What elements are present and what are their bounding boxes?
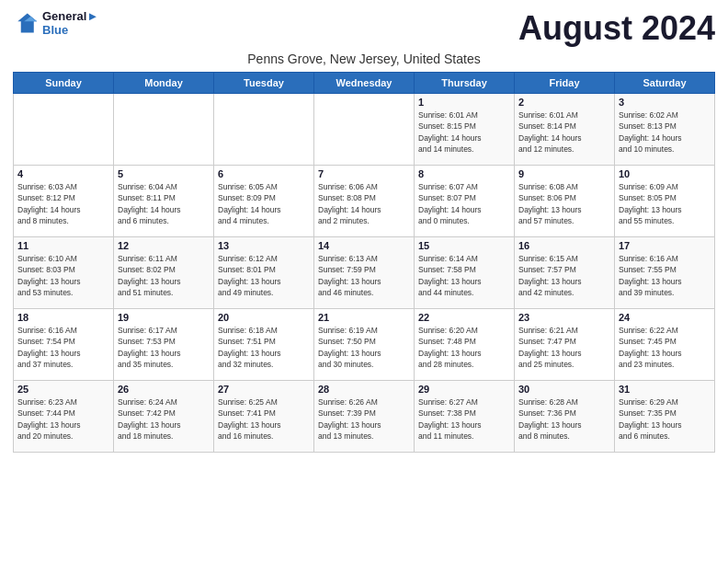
calendar-table: SundayMondayTuesdayWednesdayThursdayFrid… xyxy=(13,72,715,453)
day-info: Sunrise: 6:01 AM Sunset: 8:15 PM Dayligh… xyxy=(418,109,510,155)
day-number: 15 xyxy=(418,240,510,251)
day-info: Sunrise: 6:16 AM Sunset: 7:54 PM Dayligh… xyxy=(17,325,109,370)
day-info: Sunrise: 6:11 AM Sunset: 8:02 PM Dayligh… xyxy=(118,253,210,298)
week-row-3: 11Sunrise: 6:10 AM Sunset: 8:03 PM Dayli… xyxy=(14,237,715,309)
header: General► Blue August 2024 xyxy=(13,9,715,48)
day-number: 7 xyxy=(318,168,410,179)
day-number: 14 xyxy=(318,240,410,251)
day-info: Sunrise: 6:29 AM Sunset: 7:35 PM Dayligh… xyxy=(619,396,711,442)
day-number: 21 xyxy=(318,312,410,323)
calendar-cell: 10Sunrise: 6:09 AM Sunset: 8:05 PM Dayli… xyxy=(615,166,715,237)
calendar-cell: 24Sunrise: 6:22 AM Sunset: 7:45 PM Dayli… xyxy=(615,309,715,381)
day-info: Sunrise: 6:22 AM Sunset: 7:45 PM Dayligh… xyxy=(619,325,711,370)
day-info: Sunrise: 6:08 AM Sunset: 8:06 PM Dayligh… xyxy=(518,181,610,226)
day-number: 23 xyxy=(518,312,610,323)
calendar-cell: 19Sunrise: 6:17 AM Sunset: 7:53 PM Dayli… xyxy=(114,309,214,381)
day-info: Sunrise: 6:05 AM Sunset: 8:09 PM Dayligh… xyxy=(218,181,310,226)
day-number: 12 xyxy=(118,240,210,251)
day-number: 18 xyxy=(17,312,109,323)
day-info: Sunrise: 6:02 AM Sunset: 8:13 PM Dayligh… xyxy=(619,109,711,155)
calendar-cell: 12Sunrise: 6:11 AM Sunset: 8:02 PM Dayli… xyxy=(114,237,214,309)
calendar-cell: 20Sunrise: 6:18 AM Sunset: 7:51 PM Dayli… xyxy=(214,309,314,381)
day-header-thursday: Thursday xyxy=(415,73,515,94)
day-info: Sunrise: 6:23 AM Sunset: 7:44 PM Dayligh… xyxy=(17,396,109,442)
day-header-monday: Monday xyxy=(114,73,214,94)
logo: General► Blue xyxy=(13,9,98,37)
calendar-cell xyxy=(14,94,114,166)
day-number: 9 xyxy=(518,168,610,179)
day-info: Sunrise: 6:07 AM Sunset: 8:07 PM Dayligh… xyxy=(418,181,510,226)
day-number: 5 xyxy=(118,168,210,179)
day-number: 20 xyxy=(218,312,310,323)
calendar-cell: 5Sunrise: 6:04 AM Sunset: 8:11 PM Daylig… xyxy=(114,166,214,237)
day-number: 19 xyxy=(118,312,210,323)
calendar-cell: 25Sunrise: 6:23 AM Sunset: 7:44 PM Dayli… xyxy=(14,381,114,453)
day-info: Sunrise: 6:09 AM Sunset: 8:05 PM Dayligh… xyxy=(619,181,711,226)
calendar-cell: 16Sunrise: 6:15 AM Sunset: 7:57 PM Dayli… xyxy=(515,237,615,309)
calendar-cell: 31Sunrise: 6:29 AM Sunset: 7:35 PM Dayli… xyxy=(615,381,715,453)
day-info: Sunrise: 6:19 AM Sunset: 7:50 PM Dayligh… xyxy=(318,325,410,370)
day-number: 8 xyxy=(418,168,510,179)
day-info: Sunrise: 6:03 AM Sunset: 8:12 PM Dayligh… xyxy=(17,181,109,226)
day-number: 30 xyxy=(518,384,610,395)
day-info: Sunrise: 6:20 AM Sunset: 7:48 PM Dayligh… xyxy=(418,325,510,370)
logo-text: General► Blue xyxy=(42,9,98,37)
calendar-cell: 17Sunrise: 6:16 AM Sunset: 7:55 PM Dayli… xyxy=(615,237,715,309)
calendar-cell: 8Sunrise: 6:07 AM Sunset: 8:07 PM Daylig… xyxy=(415,166,515,237)
calendar-cell: 28Sunrise: 6:26 AM Sunset: 7:39 PM Dayli… xyxy=(314,381,415,453)
calendar-cell: 9Sunrise: 6:08 AM Sunset: 8:06 PM Daylig… xyxy=(515,166,615,237)
calendar-cell: 27Sunrise: 6:25 AM Sunset: 7:41 PM Dayli… xyxy=(214,381,314,453)
calendar-cell: 26Sunrise: 6:24 AM Sunset: 7:42 PM Dayli… xyxy=(114,381,214,453)
day-number: 31 xyxy=(619,384,711,395)
calendar-cell: 6Sunrise: 6:05 AM Sunset: 8:09 PM Daylig… xyxy=(214,166,314,237)
day-number: 13 xyxy=(218,240,310,251)
day-number: 29 xyxy=(418,384,510,395)
day-number: 24 xyxy=(619,312,711,323)
calendar-cell: 23Sunrise: 6:21 AM Sunset: 7:47 PM Dayli… xyxy=(515,309,615,381)
calendar-cell: 21Sunrise: 6:19 AM Sunset: 7:50 PM Dayli… xyxy=(314,309,415,381)
calendar-cell: 14Sunrise: 6:13 AM Sunset: 7:59 PM Dayli… xyxy=(314,237,415,309)
week-row-4: 18Sunrise: 6:16 AM Sunset: 7:54 PM Dayli… xyxy=(14,309,715,381)
day-header-sunday: Sunday xyxy=(14,73,114,94)
calendar-cell: 13Sunrise: 6:12 AM Sunset: 8:01 PM Dayli… xyxy=(214,237,314,309)
day-info: Sunrise: 6:04 AM Sunset: 8:11 PM Dayligh… xyxy=(118,181,210,226)
calendar-cell: 11Sunrise: 6:10 AM Sunset: 8:03 PM Dayli… xyxy=(14,237,114,309)
calendar-cell xyxy=(214,94,314,166)
calendar-cell: 7Sunrise: 6:06 AM Sunset: 8:08 PM Daylig… xyxy=(314,166,415,237)
week-row-2: 4Sunrise: 6:03 AM Sunset: 8:12 PM Daylig… xyxy=(14,166,715,237)
day-number: 1 xyxy=(418,97,510,108)
day-number: 27 xyxy=(218,384,310,395)
day-info: Sunrise: 6:15 AM Sunset: 7:57 PM Dayligh… xyxy=(518,253,610,298)
day-number: 22 xyxy=(418,312,510,323)
calendar-cell: 3Sunrise: 6:02 AM Sunset: 8:13 PM Daylig… xyxy=(615,94,715,166)
day-number: 4 xyxy=(17,168,109,179)
day-info: Sunrise: 6:25 AM Sunset: 7:41 PM Dayligh… xyxy=(218,396,310,442)
day-info: Sunrise: 6:06 AM Sunset: 8:08 PM Dayligh… xyxy=(318,181,410,226)
day-number: 17 xyxy=(619,240,711,251)
calendar-container: General► Blue August 2024 Penns Grove, N… xyxy=(0,0,728,458)
day-info: Sunrise: 6:14 AM Sunset: 7:58 PM Dayligh… xyxy=(418,253,510,298)
day-info: Sunrise: 6:13 AM Sunset: 7:59 PM Dayligh… xyxy=(318,253,410,298)
calendar-cell: 15Sunrise: 6:14 AM Sunset: 7:58 PM Dayli… xyxy=(415,237,515,309)
day-number: 16 xyxy=(518,240,610,251)
day-info: Sunrise: 6:21 AM Sunset: 7:47 PM Dayligh… xyxy=(518,325,610,370)
day-header-wednesday: Wednesday xyxy=(314,73,415,94)
day-number: 10 xyxy=(619,168,711,179)
day-number: 28 xyxy=(318,384,410,395)
location: Penns Grove, New Jersey, United States xyxy=(13,52,715,66)
day-header-saturday: Saturday xyxy=(615,73,715,94)
day-info: Sunrise: 6:24 AM Sunset: 7:42 PM Dayligh… xyxy=(118,396,210,442)
days-header-row: SundayMondayTuesdayWednesdayThursdayFrid… xyxy=(14,73,715,94)
calendar-cell: 18Sunrise: 6:16 AM Sunset: 7:54 PM Dayli… xyxy=(14,309,114,381)
day-info: Sunrise: 6:26 AM Sunset: 7:39 PM Dayligh… xyxy=(318,396,410,442)
day-info: Sunrise: 6:12 AM Sunset: 8:01 PM Dayligh… xyxy=(218,253,310,298)
day-info: Sunrise: 6:16 AM Sunset: 7:55 PM Dayligh… xyxy=(619,253,711,298)
calendar-cell: 29Sunrise: 6:27 AM Sunset: 7:38 PM Dayli… xyxy=(415,381,515,453)
week-row-1: 1Sunrise: 6:01 AM Sunset: 8:15 PM Daylig… xyxy=(14,94,715,166)
day-info: Sunrise: 6:10 AM Sunset: 8:03 PM Dayligh… xyxy=(17,253,109,298)
day-info: Sunrise: 6:27 AM Sunset: 7:38 PM Dayligh… xyxy=(418,396,510,442)
calendar-cell: 22Sunrise: 6:20 AM Sunset: 7:48 PM Dayli… xyxy=(415,309,515,381)
calendar-cell xyxy=(314,94,415,166)
logo-icon xyxy=(13,10,39,36)
day-number: 2 xyxy=(518,97,610,108)
